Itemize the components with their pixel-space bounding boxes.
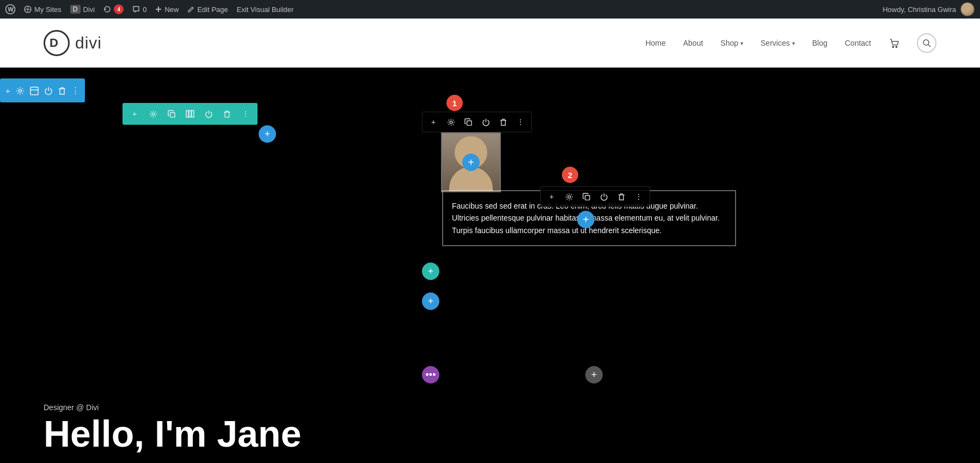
svg-rect-12 (30, 87, 38, 95)
nav-blog[interactable]: Blog (812, 39, 828, 47)
my-sites-link[interactable]: My Sites (24, 5, 62, 14)
col-more-btn[interactable]: ⋮ (239, 107, 252, 120)
svg-point-14 (152, 113, 155, 115)
nav-shop[interactable]: Shop ▾ (720, 39, 743, 47)
section-add-button[interactable]: + (585, 366, 603, 383)
user-avatar[interactable] (960, 2, 975, 16)
badge-1: 1 (446, 95, 463, 111)
svg-rect-16 (186, 111, 188, 117)
svg-rect-17 (189, 111, 191, 117)
howdy-text: Howdy, Christina Gwira (883, 5, 956, 14)
nav-about[interactable]: About (683, 39, 703, 47)
hello-heading: Hello, I'm Jane (44, 415, 301, 452)
image-add-overlay: + (441, 132, 501, 192)
img-copy-btn[interactable] (462, 115, 475, 129)
row-add-button-1[interactable]: + (422, 263, 439, 280)
col-delete-btn[interactable] (220, 107, 234, 120)
section-more-icon[interactable]: ⋮ (71, 86, 79, 95)
logo-icon: D (44, 30, 70, 56)
img-delete-btn[interactable] (497, 115, 510, 129)
col-settings-btn[interactable] (146, 107, 160, 120)
admin-bar: W My Sites D Divi 4 0 New Edit Page Exit… (0, 0, 980, 19)
nav-services[interactable]: Services ▾ (761, 39, 795, 47)
nav-home[interactable]: Home (645, 39, 665, 47)
svg-rect-20 (467, 120, 471, 125)
divi-link[interactable]: D Divi (70, 5, 95, 14)
col-add-btn[interactable]: + (128, 107, 141, 120)
text-module-toolbar: + ⋮ (540, 186, 650, 207)
col-power-btn[interactable] (202, 107, 215, 120)
cart-icon[interactable] (889, 38, 899, 48)
module-add-button[interactable]: ••• (422, 366, 439, 383)
svg-text:W: W (8, 6, 14, 13)
main-content: + ⋮ + ⋮ + (0, 68, 980, 463)
section-layout-icon[interactable] (30, 86, 39, 95)
bottom-section: Designer @ Divi Hello, I'm Jane (44, 403, 301, 452)
section-settings-icon[interactable] (16, 86, 24, 95)
text-module-add-button[interactable]: + (577, 211, 595, 228)
nav-contact[interactable]: Contact (845, 39, 871, 47)
txt-add-btn[interactable]: + (545, 190, 558, 203)
col-copy-btn[interactable] (165, 107, 178, 120)
col-columns-btn[interactable] (183, 107, 197, 120)
exit-builder-link[interactable]: Exit Visual Builder (237, 5, 294, 14)
svg-rect-22 (585, 195, 589, 199)
svg-point-19 (450, 121, 452, 124)
section-power-icon[interactable] (44, 86, 53, 95)
wp-logo[interactable]: W (5, 4, 15, 14)
new-link[interactable]: New (155, 5, 179, 14)
site-nav: Home About Shop ▾ Services ▾ Blog Contac… (645, 33, 936, 53)
column-add-button[interactable]: + (259, 125, 276, 143)
site-logo[interactable]: D divi (44, 30, 102, 56)
column-toolbar: + ⋮ (122, 103, 258, 125)
svg-point-11 (19, 90, 21, 93)
svg-point-7 (892, 46, 893, 47)
img-add-btn[interactable]: + (427, 115, 440, 129)
image-center-add-button[interactable]: + (462, 154, 480, 171)
txt-delete-btn[interactable] (615, 190, 628, 203)
txt-power-btn[interactable] (597, 190, 610, 203)
updates-link[interactable]: 4 (103, 4, 124, 14)
section-delete-icon[interactable] (58, 86, 66, 95)
svg-rect-15 (170, 112, 174, 117)
svg-point-21 (568, 196, 571, 198)
badge-2: 2 (562, 167, 578, 183)
admin-bar-right: Howdy, Christina Gwira (883, 2, 975, 16)
txt-settings-btn[interactable] (562, 190, 575, 203)
svg-point-8 (896, 46, 897, 47)
txt-more-btn[interactable]: ⋮ (632, 190, 645, 203)
updates-count: 4 (114, 4, 124, 14)
designer-label: Designer @ Divi (44, 403, 301, 412)
svg-rect-18 (192, 111, 194, 117)
comments-link[interactable]: 0 (132, 5, 146, 14)
image-module-toolbar: + ⋮ (422, 112, 532, 132)
svg-point-9 (923, 40, 929, 45)
section-add-icon[interactable]: + (5, 86, 10, 95)
section-toolbar: + ⋮ (0, 78, 85, 102)
edit-page-link[interactable]: Edit Page (187, 5, 228, 14)
row-add-button-2[interactable]: + (422, 293, 439, 310)
logo-text: divi (75, 34, 102, 52)
txt-copy-btn[interactable] (580, 190, 593, 203)
search-icon[interactable] (917, 33, 936, 53)
chevron-down-icon: ▾ (740, 40, 743, 46)
img-settings-btn[interactable] (444, 115, 457, 129)
site-header: D divi Home About Shop ▾ Services ▾ Blog… (0, 19, 980, 68)
img-more-btn[interactable]: ⋮ (514, 115, 527, 129)
chevron-down-icon: ▾ (792, 40, 795, 46)
svg-line-10 (928, 45, 930, 47)
img-power-btn[interactable] (479, 115, 492, 129)
